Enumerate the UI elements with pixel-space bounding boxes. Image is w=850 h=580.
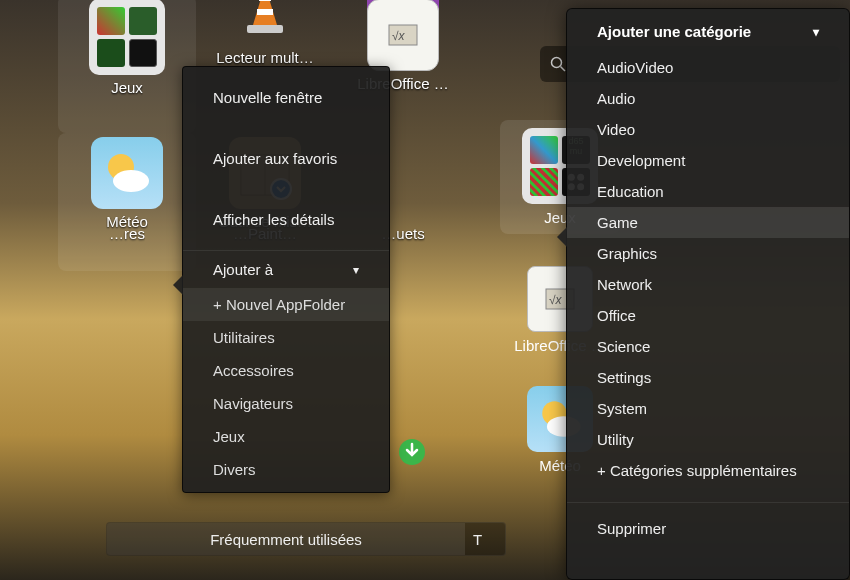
ctx-add-to[interactable]: Ajouter à ▾ bbox=[183, 251, 389, 288]
cat-science[interactable]: Science bbox=[567, 331, 849, 362]
tab-frequently-used[interactable]: Fréquemment utilisées bbox=[107, 523, 465, 555]
ctx-new-appfolder[interactable]: + Nouvel AppFolder bbox=[183, 288, 389, 321]
desktop: Jeux Lecteur mult… B LibreOffice √x Libr… bbox=[0, 0, 850, 580]
svg-text:√x: √x bbox=[549, 293, 563, 307]
cat-network[interactable]: Network bbox=[567, 269, 849, 300]
ctx-new-window[interactable]: Nouvelle fenêtre bbox=[183, 67, 389, 128]
ctx-add-favorites[interactable]: Ajouter aux favoris bbox=[183, 128, 389, 189]
cat-audio[interactable]: Audio bbox=[567, 83, 849, 114]
download-badge-icon bbox=[398, 438, 426, 466]
ctx-add-to-label: Ajouter à bbox=[213, 261, 273, 278]
search-icon bbox=[550, 56, 566, 72]
cat-education[interactable]: Education bbox=[567, 176, 849, 207]
cat-settings[interactable]: Settings bbox=[567, 362, 849, 393]
svg-rect-2 bbox=[259, 0, 271, 1]
ctx-show-details[interactable]: Afficher les détails bbox=[183, 189, 389, 250]
svg-rect-1 bbox=[247, 25, 283, 33]
chevron-down-icon: ▾ bbox=[353, 263, 359, 277]
cat-game[interactable]: Game bbox=[567, 207, 849, 238]
svg-line-14 bbox=[561, 67, 566, 72]
cat-audiovideo[interactable]: AudioVideo bbox=[567, 52, 849, 83]
app-label: Lecteur mult… bbox=[216, 49, 314, 66]
vlc-icon bbox=[229, 0, 301, 45]
cat-header[interactable]: Ajouter une catégorie ▾ bbox=[567, 9, 849, 52]
cat-more[interactable]: + Catégories supplémentaires bbox=[567, 455, 849, 486]
cat-system[interactable]: System bbox=[567, 393, 849, 424]
context-menu: Nouvelle fenêtre Ajouter aux favoris Aff… bbox=[182, 66, 390, 493]
cat-office[interactable]: Office bbox=[567, 300, 849, 331]
separator bbox=[567, 502, 849, 503]
app-label: Jeux bbox=[111, 79, 143, 96]
tab-other[interactable]: T bbox=[465, 523, 505, 555]
cat-delete[interactable]: Supprimer bbox=[567, 513, 849, 553]
cat-header-label: Ajouter une catégorie bbox=[597, 23, 751, 40]
weather-icon bbox=[91, 137, 163, 209]
svg-text:√x: √x bbox=[392, 29, 406, 43]
app-tile-meteo[interactable]: Météo bbox=[58, 133, 196, 271]
cat-development[interactable]: Development bbox=[567, 145, 849, 176]
ctx-sub-navigateurs[interactable]: Navigateurs bbox=[183, 387, 389, 420]
svg-point-13 bbox=[552, 58, 562, 68]
app-tile-jeux[interactable]: Jeux bbox=[58, 0, 196, 133]
app-label: Météo bbox=[106, 213, 148, 230]
ctx-sub-divers[interactable]: Divers bbox=[183, 453, 389, 492]
cat-utility[interactable]: Utility bbox=[567, 424, 849, 455]
menu-arrow-icon bbox=[173, 275, 183, 295]
menu-arrow-icon bbox=[557, 227, 567, 247]
svg-point-7 bbox=[113, 170, 149, 192]
category-menu: Ajouter une catégorie ▾ AudioVideo Audio… bbox=[566, 8, 850, 580]
ctx-sub-accessoires[interactable]: Accessoires bbox=[183, 354, 389, 387]
cat-graphics[interactable]: Graphics bbox=[567, 238, 849, 269]
cat-video[interactable]: Video bbox=[567, 114, 849, 145]
lo-math-icon: √x bbox=[367, 0, 439, 71]
ctx-sub-jeux[interactable]: Jeux bbox=[183, 420, 389, 453]
svg-rect-3 bbox=[257, 9, 273, 15]
chevron-down-icon: ▾ bbox=[813, 25, 819, 39]
ctx-sub-utilitaires[interactable]: Utilitaires bbox=[183, 321, 389, 354]
folder-icon bbox=[89, 0, 165, 75]
bottom-tabs: Fréquemment utilisées T bbox=[106, 522, 506, 556]
